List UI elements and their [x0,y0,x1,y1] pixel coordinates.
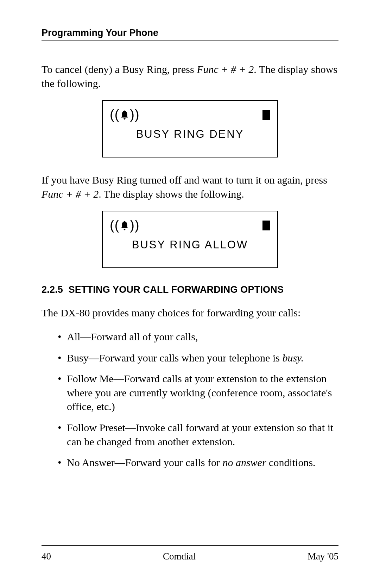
text: . The display shows the following. [99,188,244,200]
list-item: All—Forward all of your calls, [58,330,338,344]
text: conditions. [266,457,316,468]
lcd-display-deny: (()) BUSY RING DENY [102,100,278,157]
lcd-text: BUSY RING DENY [108,128,272,141]
emphasis: busy. [282,352,304,364]
footer-center: Comdial [163,551,196,562]
text: Busy—Forward your calls when your teleph… [67,352,282,364]
list-item: Follow Me—Forward calls at your extensio… [58,372,338,414]
paragraph-cancel-busy-ring: To cancel (deny) a Busy Ring, press Func… [42,62,338,90]
cursor-block-icon [262,221,270,230]
lcd-top-row: (()) [108,218,272,236]
key-sequence: Func + # + 2 [42,188,99,200]
running-header: Programming Your Phone [42,27,338,41]
page-number: 40 [42,551,51,562]
bell-ring-icon: (()) [110,107,140,122]
text: Follow Preset—Invoke call forward at you… [67,422,333,447]
text: To cancel (deny) a Busy Ring, press [42,63,197,75]
lcd-text: BUSY RING ALLOW [108,239,272,251]
bell-icon [120,220,129,231]
section-title: SETTING YOUR CALL FORWARDING OPTIONS [68,284,284,295]
footer-date: May '05 [308,551,338,562]
key-sequence: Func + # + 2 [197,63,254,75]
emphasis: no answer [222,457,266,468]
bell-icon [120,110,129,120]
cursor-block-icon [262,110,270,120]
lcd-top-row: (()) [108,107,272,126]
list-item: Busy—Forward your calls when your teleph… [58,351,338,365]
bell-ring-icon: (()) [110,218,140,233]
list-item: No Answer—Forward your calls for no answ… [58,456,338,470]
text: If you have Busy Ring turned off and wan… [42,174,327,186]
lcd-display-allow: (()) BUSY RING ALLOW [102,211,278,268]
paragraph-allow-busy-ring: If you have Busy Ring turned off and wan… [42,173,338,201]
text: Follow Me—Forward calls at your extensio… [67,373,332,412]
page: Programming Your Phone To cancel (deny) … [0,0,380,588]
text: No Answer—Forward your calls for [67,457,222,468]
text: All—Forward all of your calls, [67,331,198,342]
list-item: Follow Preset—Invoke call forward at you… [58,421,338,448]
forwarding-options-list: All—Forward all of your calls, Busy—Forw… [58,330,338,470]
section-number: 2.2.5 [42,284,63,295]
section-intro: The DX-80 provides many choices for forw… [42,306,338,320]
page-footer: 40 Comdial May '05 [42,545,338,562]
section-heading: 2.2.5 SETTING YOUR CALL FORWARDING OPTIO… [42,284,338,295]
